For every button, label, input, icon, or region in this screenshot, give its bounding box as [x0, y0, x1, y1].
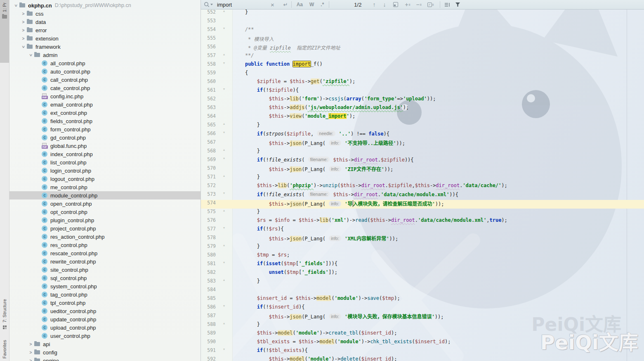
code-line[interactable]: 592 $this->model('module')->delete($inse… [201, 356, 644, 361]
tree-item-project-control-php[interactable]: cproject_control.php [9, 224, 201, 233]
chevron-icon[interactable]: > [28, 359, 34, 361]
fold-marker-icon[interactable]: ▴ [216, 52, 232, 61]
code-line[interactable]: 588▴ } [201, 321, 644, 330]
chevron-icon[interactable]: > [28, 342, 34, 347]
code-line[interactable]: 584 [201, 287, 644, 295]
search-input[interactable] [216, 1, 267, 8]
tree-item-framework[interactable]: >framework [9, 43, 201, 51]
tree-item-engine[interactable]: >engine [9, 356, 201, 361]
clear-search-icon[interactable]: × [271, 1, 274, 8]
code-line[interactable]: 554▾ /** [201, 26, 644, 35]
fold-marker-icon[interactable]: ▾ [216, 261, 232, 269]
code-line[interactable]: 575▴ } [201, 209, 644, 217]
tree-item-config-inc-php[interactable]: config.inc.php [9, 92, 201, 100]
chevron-icon[interactable]: > [20, 36, 26, 41]
code-line[interactable]: 556 * @变量 zipfile 指定的ZIP文件地址 [201, 44, 644, 52]
chevron-icon[interactable]: > [20, 28, 26, 33]
tree-item-user-control-php[interactable]: cuser_control.php [9, 332, 201, 340]
code-line[interactable]: 557▴ **/ [201, 52, 644, 61]
tree-item-api[interactable]: >api [9, 340, 201, 348]
tree-item-config[interactable]: >config [9, 348, 201, 356]
code-line[interactable]: 561▾ if(!$zipfile){ [201, 87, 644, 96]
fold-marker-icon[interactable]: ▴ [216, 174, 232, 183]
code-line[interactable]: 572 $this->lib('phpzip')->unzip($this->d… [201, 183, 644, 191]
tree-item-site-control-php[interactable]: csite_control.php [9, 266, 201, 274]
chevron-icon[interactable]: > [28, 350, 34, 355]
next-match-icon[interactable]: ↓ [383, 1, 386, 8]
code-line[interactable]: 576 $rs = $info = $this->lib('xml')->rea… [201, 217, 644, 226]
project-tool-button[interactable]: 1: Pr [0, 0, 9, 63]
tree-item-fields-control-php[interactable]: cfields_control.php [9, 117, 201, 125]
code-line[interactable]: 553 [201, 18, 644, 26]
code-line[interactable]: 560 $zipfile = $this->get('zipfile'); [201, 78, 644, 87]
add-occurrence-icon[interactable]: +II [405, 1, 410, 8]
tree-item-cate-control-php[interactable]: ccate_control.php [9, 84, 201, 92]
match-case-toggle[interactable]: Aa [297, 2, 303, 7]
tree-item-email-control-php[interactable]: cemail_control.php [9, 100, 201, 109]
previous-match-icon[interactable]: ↑ [373, 1, 375, 8]
fold-marker-icon[interactable]: ▴ [216, 122, 232, 131]
filter-funnel-icon[interactable] [455, 2, 460, 7]
tree-item-auto-control-php[interactable]: cauto_control.php [9, 67, 201, 76]
tree-item-tag-control-php[interactable]: ctag_control.php [9, 290, 201, 299]
code-line[interactable]: 563 $this->addjs('js/webuploader/admin.u… [201, 104, 644, 113]
code-line[interactable]: 585 $insert_id = $this->model('module')-… [201, 295, 644, 304]
code-line[interactable]: 580 $tmp = $rs; [201, 252, 644, 261]
tree-item-login-control-php[interactable]: clogin_control.php [9, 166, 201, 175]
tree-item-tpl-control-php[interactable]: ctpl_control.php [9, 299, 201, 307]
tree-item-opt-control-php[interactable]: copt_control.php [9, 208, 201, 216]
fold-marker-icon[interactable]: ▾ [216, 131, 232, 139]
tree-item-system-control-php[interactable]: csystem_control.php [9, 282, 201, 290]
code-line[interactable]: 591▾ if(!$tbl_exists){ [201, 347, 644, 356]
code-line[interactable]: 566▾ if(strpos($zipfile, needle: '..') !… [201, 131, 644, 139]
tree-item-all-control-php[interactable]: call_control.php [9, 59, 201, 67]
tree-item-module-control-php[interactable]: cmodule_control.php [9, 191, 201, 200]
code-line[interactable]: 586▾ if(!$insert_id){ [201, 304, 644, 313]
tree-item-error[interactable]: >error [9, 26, 201, 34]
chevron-icon[interactable]: > [21, 44, 26, 50]
fold-marker-icon[interactable]: ▾ [216, 304, 232, 313]
chevron-icon[interactable]: > [20, 12, 26, 16]
code-line[interactable]: 577▾ if(!$rs){ [201, 226, 644, 235]
code-line[interactable]: 565▴ } [201, 122, 644, 131]
select-all-occurrences-icon[interactable]: ✓II [427, 2, 434, 7]
code-line[interactable]: 562 $this->lib('form')->cssjs(array('for… [201, 96, 644, 104]
code-line[interactable]: 552▴ } [201, 9, 644, 18]
editor-panel[interactable]: × ↵ Aa W .* 1/2 ↑ ↓ +II −II ✓II 552▴ [201, 0, 644, 361]
tree-item-call-control-php[interactable]: ccall_control.php [9, 76, 201, 84]
code-lines[interactable]: 552▴ }553554▾ /**555 * 模块导入556 * @变量 zip… [201, 9, 644, 361]
tree-item-ext-control-php[interactable]: cext_control.php [9, 109, 201, 117]
tree-item-res-control-php[interactable]: cres_control.php [9, 241, 201, 249]
fold-marker-icon[interactable]: ▴ [216, 278, 232, 287]
code-line[interactable]: 559 { [201, 70, 644, 78]
code-line[interactable]: 578 $this->json(P_Lang( info: 'XML内容解析异常… [201, 235, 644, 243]
tree-item-logout-control-php[interactable]: clogout_control.php [9, 175, 201, 183]
tree-item-form-control-php[interactable]: cform_control.php [9, 125, 201, 133]
tree-item-res-action-control-php[interactable]: cres_action_control.php [9, 233, 201, 241]
fold-marker-icon[interactable]: ▴ [216, 148, 232, 157]
tree-item-index-control-php[interactable]: cindex_control.php [9, 150, 201, 158]
tree-item-global-func-php[interactable]: global.func.php [9, 142, 201, 150]
fold-marker-icon[interactable]: ▾ [216, 61, 232, 70]
code-line[interactable]: 581▾ if(isset($tmp['_fields'])){ [201, 261, 644, 269]
code-line[interactable]: 587 $this->json(P_Lang( info: '模块导入失败，保存… [201, 313, 644, 321]
code-line[interactable]: 570 $this->json(P_Lang( info: 'ZIP文件不存在'… [201, 165, 644, 174]
chevron-icon[interactable]: > [14, 2, 18, 9]
tree-item-update-control-php[interactable]: cupdate_control.php [9, 315, 201, 323]
tree-item-rewrite-control-php[interactable]: crewrite_control.php [9, 257, 201, 266]
code-line[interactable]: 558▾ public function import_f() [201, 61, 644, 70]
code-line[interactable]: 574 $this->json(P_Lang( info: '导入模块失败，请检… [201, 200, 644, 209]
regex-toggle[interactable]: .* [321, 2, 324, 7]
tree-item-sql-control-php[interactable]: csql_control.php [9, 274, 201, 282]
fold-marker-icon[interactable]: ▾ [216, 226, 232, 235]
fold-marker-icon[interactable]: ▾ [216, 157, 232, 165]
code-line[interactable]: 567 $this->json(P_Lang( info: '不支持带..上级路… [201, 139, 644, 148]
code-line[interactable]: 583▴ } [201, 278, 644, 287]
tree-item-gd-control-php[interactable]: cgd_control.php [9, 133, 201, 142]
tree-item-plugin-control-php[interactable]: cplugin_control.php [9, 216, 201, 224]
remove-occurrence-icon[interactable]: −II [416, 1, 422, 8]
code-line[interactable]: 564 $this->view('module_import'); [201, 113, 644, 122]
tree-item-open-control-php[interactable]: copen_control.php [9, 200, 201, 208]
chevron-icon[interactable]: > [28, 52, 33, 58]
code-line[interactable]: 589 $this->model('module')->create_tbl($… [201, 330, 644, 339]
